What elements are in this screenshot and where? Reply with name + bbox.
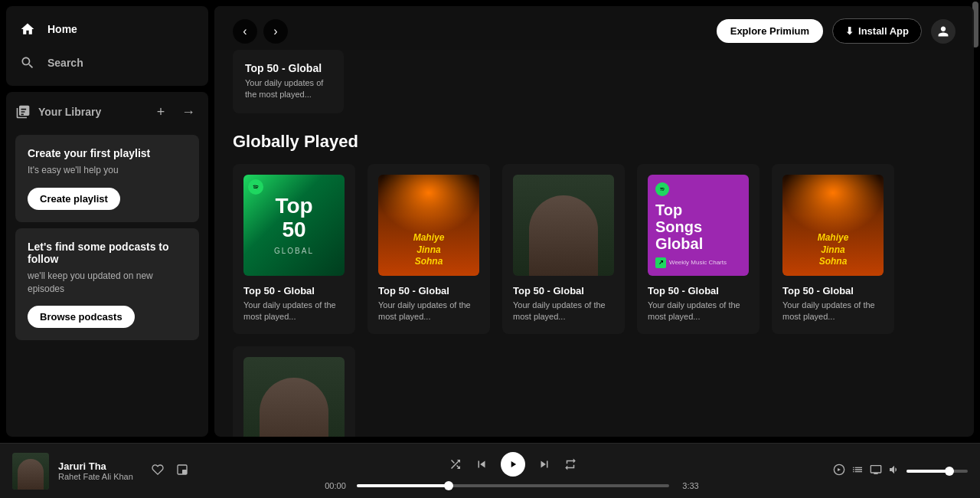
mahiye-text: MahiyeJinnaSohna bbox=[409, 232, 449, 276]
card-image-mahiye2: MahiyeJinnaSohna bbox=[782, 175, 884, 276]
prev-button[interactable] bbox=[475, 457, 488, 471]
home-label: Home bbox=[47, 23, 77, 35]
music-card-mahiye[interactable]: MahiyeJinnaSohna Top 50 - Global Your da… bbox=[368, 164, 490, 334]
download-icon: ⬇ bbox=[845, 25, 854, 37]
card5-title: Top 50 - Global bbox=[782, 285, 884, 297]
promo-playlist-title: Create your first playlist bbox=[28, 147, 187, 159]
library-expand-button[interactable]: → bbox=[178, 101, 199, 123]
shuffle-button[interactable] bbox=[449, 457, 462, 471]
rahat-artwork bbox=[513, 175, 614, 276]
player-info: Jaruri Tha Rahet Fate Ali Khan bbox=[58, 460, 133, 481]
promo-playlist-desc: It's easy we'll help you bbox=[28, 164, 187, 177]
queue-button[interactable] bbox=[851, 464, 864, 479]
weekly-label: Weekly Music Charts bbox=[669, 259, 727, 266]
total-time: 3:33 bbox=[677, 481, 704, 490]
forward-button[interactable]: › bbox=[263, 19, 288, 44]
player-center: 00:00 3:33 bbox=[239, 452, 787, 490]
library-header: Your Library + → bbox=[15, 101, 199, 123]
current-time: 00:00 bbox=[322, 481, 349, 490]
repeat-button[interactable] bbox=[564, 457, 577, 471]
user-profile-button[interactable] bbox=[931, 19, 956, 44]
player-thumb-art bbox=[12, 453, 49, 490]
weekly-charts-row: ↗ Weekly Music Charts bbox=[655, 257, 741, 268]
library-actions: + → bbox=[150, 101, 199, 123]
library-title: Your Library bbox=[15, 104, 101, 120]
bottom-silhouette bbox=[260, 378, 328, 437]
next-button[interactable] bbox=[537, 457, 551, 471]
explore-premium-button[interactable]: Explore Primium bbox=[717, 19, 823, 43]
cards-grid: Top50 GLOBAL Top 50 - Global Your daily … bbox=[233, 164, 956, 334]
mahiye-glow bbox=[378, 175, 479, 235]
volume-dot bbox=[945, 467, 954, 476]
play-pause-button[interactable] bbox=[501, 452, 525, 477]
library-section: Your Library + → Create your first playl… bbox=[6, 92, 208, 437]
progress-row: 00:00 3:33 bbox=[322, 481, 704, 490]
card1-title: Top 50 - Global bbox=[243, 285, 345, 297]
sidebar-nav: Home Search bbox=[6, 6, 208, 86]
progress-dot bbox=[444, 481, 453, 490]
card4-title: Top 50 - Global bbox=[648, 285, 749, 297]
card4-desc: Your daily updates of the most played... bbox=[648, 300, 749, 323]
player-left: Jaruri Tha Rahet Fate Ali Khan bbox=[12, 453, 227, 490]
weekly-icon: ↗ bbox=[655, 257, 666, 268]
player-thumb-silhouette bbox=[18, 459, 44, 490]
sidebar-item-home[interactable]: Home bbox=[6, 12, 208, 46]
card3-desc: Your daily updates of the most played... bbox=[513, 300, 614, 323]
topbar: ‹ › Explore Primium ⬇ Install App bbox=[214, 6, 974, 50]
featured-card[interactable]: Top 50 - Global Your daily updates of th… bbox=[233, 50, 344, 113]
promo-playlist-card: Create your first playlist It's easy we'… bbox=[15, 135, 199, 222]
music-card-top50[interactable]: Top50 GLOBAL Top 50 - Global Your daily … bbox=[233, 164, 355, 334]
create-playlist-button[interactable]: Create playlist bbox=[28, 188, 120, 210]
card-image-topsongs: TopSongsGlobal ↗ Weekly Music Charts bbox=[648, 175, 749, 276]
topsongs-artwork: TopSongsGlobal ↗ Weekly Music Charts bbox=[648, 175, 749, 276]
devices-button[interactable] bbox=[870, 464, 882, 479]
mahiye2-glow bbox=[782, 175, 884, 235]
player-actions-left bbox=[149, 460, 191, 482]
music-card-mahiye2[interactable]: MahiyeJinnaSohna Top 50 - Global Your da… bbox=[772, 164, 894, 334]
topsongs-main-text: TopSongsGlobal bbox=[655, 201, 741, 252]
progress-fill bbox=[357, 484, 450, 487]
install-app-button[interactable]: ⬇ Install App bbox=[832, 18, 922, 44]
top50-global-label: GLOBAL bbox=[274, 247, 314, 255]
right-wrapper: ‹ › Explore Primium ⬇ Install App bbox=[214, 0, 980, 443]
content-body: Top 50 - Global Your daily updates of th… bbox=[214, 50, 974, 437]
card2-title: Top 50 - Global bbox=[378, 285, 479, 297]
volume-bar[interactable] bbox=[906, 470, 968, 473]
miniplayer-button[interactable] bbox=[173, 460, 191, 482]
featured-card-title: Top 50 - Global bbox=[245, 62, 332, 74]
bottom-row: Top 50 - Global bbox=[233, 346, 956, 437]
promo-podcast-desc: we'll keep you updated on new episodes bbox=[28, 270, 187, 296]
rahat-silhouette bbox=[529, 195, 598, 276]
bottom-rahat-artwork bbox=[243, 357, 345, 437]
like-button[interactable] bbox=[149, 460, 167, 482]
promo-podcast-card: Let's find some podcasts to follow we'll… bbox=[15, 228, 199, 341]
topbar-actions: Explore Primium ⬇ Install App bbox=[717, 18, 956, 44]
install-app-label: Install App bbox=[858, 25, 909, 37]
search-label: Search bbox=[47, 57, 83, 69]
mahiye2-artwork: MahiyeJinnaSohna bbox=[782, 175, 884, 276]
library-label: Your Library bbox=[38, 106, 101, 118]
player-thumbnail bbox=[12, 453, 49, 490]
mahiye-artwork: MahiyeJinnaSohna bbox=[378, 175, 479, 276]
scrollbar[interactable] bbox=[971, 0, 980, 443]
volume-button[interactable] bbox=[888, 464, 900, 479]
back-button[interactable]: ‹ bbox=[233, 19, 257, 44]
browse-podcasts-button[interactable]: Browse podcasts bbox=[28, 306, 135, 328]
player-right bbox=[799, 464, 968, 479]
library-add-button[interactable]: + bbox=[150, 101, 172, 123]
topsongs-badge bbox=[655, 182, 669, 196]
svg-rect-2 bbox=[182, 470, 187, 474]
player-artist: Rahet Fate Ali Khan bbox=[58, 472, 133, 481]
bottom-card-rahat[interactable]: Top 50 - Global bbox=[233, 346, 355, 437]
music-card-rahat[interactable]: Top 50 - Global Your daily updates of th… bbox=[502, 164, 625, 334]
bottom-card-image bbox=[243, 357, 345, 437]
progress-bar[interactable] bbox=[357, 484, 669, 487]
card1-desc: Your daily updates of the most played... bbox=[243, 300, 345, 323]
now-playing-button[interactable] bbox=[833, 464, 845, 479]
featured-card-desc: Your daily updates of the most played... bbox=[245, 77, 332, 101]
music-card-topsongs[interactable]: TopSongsGlobal ↗ Weekly Music Charts Top… bbox=[637, 164, 760, 334]
spotify-badge bbox=[248, 179, 263, 195]
card-image-rahat bbox=[513, 175, 614, 276]
sidebar-item-search[interactable]: Search bbox=[6, 46, 208, 80]
promo-podcast-title: Let's find some podcasts to follow bbox=[28, 241, 187, 265]
